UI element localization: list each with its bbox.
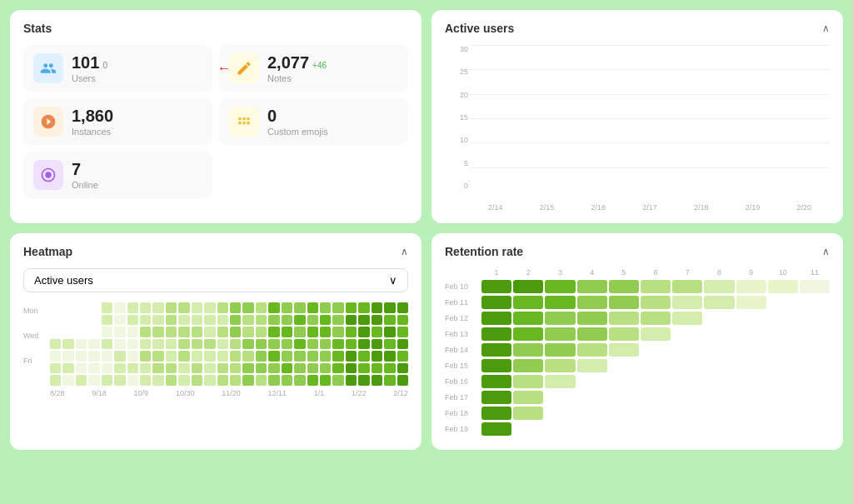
retention-cell xyxy=(513,391,543,404)
retention-col-header: 6 xyxy=(641,268,671,277)
heatmap-cell xyxy=(114,315,125,326)
heatmap-cell xyxy=(114,351,125,362)
retention-cell xyxy=(545,391,575,404)
stats-title: Stats xyxy=(23,22,52,35)
heatmap-cell xyxy=(346,339,357,350)
retention-cell xyxy=(577,280,607,293)
heatmap-cell xyxy=(102,302,112,313)
heatmap-cell xyxy=(282,339,292,350)
retention-cells xyxy=(481,343,830,357)
retention-row: Feb 18 xyxy=(445,407,830,420)
retention-cell xyxy=(736,280,766,293)
heatmap-cell xyxy=(127,375,138,386)
retention-cell xyxy=(481,359,511,372)
retention-cells xyxy=(481,407,830,420)
heatmap-cell xyxy=(50,339,61,350)
heatmap-cell xyxy=(256,351,267,362)
y-axis-label: 25 xyxy=(445,67,468,76)
retention-col-header: 4 xyxy=(577,268,607,277)
heatmap-cell xyxy=(127,327,138,337)
heatmap-cell xyxy=(332,339,343,350)
heatmap-cell xyxy=(294,327,305,337)
retention-row: Feb 19 xyxy=(445,422,830,436)
heatmap-cell xyxy=(127,302,138,313)
heatmap-y-label: Wed xyxy=(23,332,38,340)
heatmap-cell xyxy=(268,302,279,313)
heatmap-cell xyxy=(358,363,369,374)
heatmap-cell xyxy=(76,302,87,313)
retention-cell xyxy=(641,391,671,404)
retention-cell xyxy=(545,407,575,420)
heatmap-cells xyxy=(50,302,408,386)
retention-cell xyxy=(481,312,511,325)
heatmap-cell xyxy=(346,363,357,374)
notes-icon xyxy=(229,53,259,83)
heatmap-cell xyxy=(140,327,151,337)
heatmap-dropdown[interactable]: Active users ∨ xyxy=(23,268,408,292)
heatmap-cell xyxy=(178,302,189,313)
heatmap-cell xyxy=(294,315,305,326)
heatmap-cell xyxy=(256,302,267,313)
heatmap-cell xyxy=(346,302,357,313)
heatmap-cell xyxy=(88,363,99,374)
y-axis-label: 15 xyxy=(445,113,468,122)
heatmap-cell xyxy=(88,315,99,326)
stat-info-emojis: 0 Custom emojis xyxy=(267,107,328,137)
heatmap-cell xyxy=(76,315,87,326)
heatmap-cell xyxy=(50,302,61,313)
retention-cell xyxy=(481,280,511,293)
retention-cell xyxy=(704,280,734,293)
heatmap-dropdown-chevron: ∨ xyxy=(389,274,397,287)
heatmap-cell xyxy=(140,339,151,350)
heatmap-cell xyxy=(50,327,61,337)
heatmap-cell xyxy=(372,339,382,350)
heatmap-cell xyxy=(62,302,73,313)
y-axis: 051015202530 xyxy=(445,45,468,192)
retention-col-header: 2 xyxy=(513,268,543,277)
heatmap-cell xyxy=(282,363,292,374)
retention-cell xyxy=(641,296,671,309)
heatmap-cell xyxy=(307,302,318,313)
retention-col-header: 1 xyxy=(481,268,511,277)
arrow-indicator: ← xyxy=(217,61,231,76)
heatmap-cell xyxy=(62,351,73,362)
heatmap-cell xyxy=(178,351,189,362)
heatmap-chevron[interactable]: ∧ xyxy=(401,246,408,257)
retention-cells xyxy=(481,312,830,325)
heatmap-cell xyxy=(320,339,331,350)
heatmap-cell xyxy=(307,363,318,374)
retention-cell xyxy=(800,407,830,420)
active-users-chevron[interactable]: ∧ xyxy=(822,22,830,34)
retention-cell xyxy=(641,359,671,372)
heatmap-cell xyxy=(166,363,177,374)
heatmap-cell xyxy=(50,351,61,362)
retention-cell xyxy=(641,422,671,436)
retention-row: Feb 14 xyxy=(445,343,830,357)
retention-cell xyxy=(513,422,543,436)
heatmap-cell xyxy=(242,351,253,362)
heatmap-x-label: 10/30 xyxy=(176,389,195,397)
retention-cell xyxy=(513,327,543,341)
retention-cell xyxy=(736,359,766,372)
retention-cell xyxy=(768,280,798,293)
heatmap-panel: Heatmap ∧ Active users ∨ MonWedFri 8/289… xyxy=(10,233,422,450)
heatmap-cell xyxy=(372,302,382,313)
heatmap-cell xyxy=(358,327,369,337)
retention-cells xyxy=(481,296,830,309)
retention-cell xyxy=(545,343,575,357)
retention-cells xyxy=(481,375,830,388)
retention-cell xyxy=(577,327,607,341)
stat-info-users: 101 0 Users xyxy=(72,53,107,83)
retention-cell xyxy=(609,280,639,293)
retention-chevron[interactable]: ∧ xyxy=(822,246,830,257)
heatmap-cell xyxy=(294,302,305,313)
retention-col-header: 5 xyxy=(609,268,639,277)
heatmap-cell xyxy=(166,339,177,350)
heatmap-cell xyxy=(88,302,99,313)
heatmap-cell xyxy=(230,351,241,362)
retention-cell xyxy=(768,312,798,325)
heatmap-cell xyxy=(242,363,253,374)
heatmap-cell xyxy=(192,351,202,362)
emojis-label: Custom emojis xyxy=(267,127,328,137)
heatmap-cell xyxy=(397,375,408,386)
